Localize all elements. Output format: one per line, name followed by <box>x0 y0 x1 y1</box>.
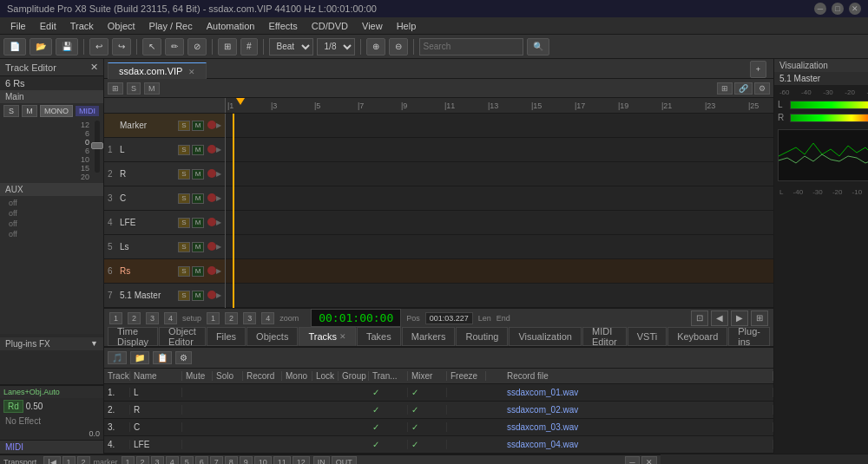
track-m-btn-1[interactable]: M <box>192 145 204 155</box>
tab-routing[interactable]: Routing <box>456 327 508 346</box>
fader-thumb[interactable] <box>91 142 103 149</box>
track-rec-btn-1[interactable] <box>207 145 216 154</box>
cursor-button[interactable]: ↖ <box>142 38 161 56</box>
marker-s-btn[interactable]: S <box>178 121 190 131</box>
marker-3[interactable]: 3 <box>151 456 164 464</box>
menu-view[interactable]: View <box>355 19 390 33</box>
menu-play-rec[interactable]: Play / Rec <box>142 19 200 33</box>
tab-plugins[interactable]: Plug-ins <box>728 327 770 346</box>
s-button[interactable]: S <box>3 105 19 117</box>
out-btn[interactable]: OUT <box>332 456 357 464</box>
obj-add-btn[interactable]: 🎵 <box>108 351 127 364</box>
menu-file[interactable]: File <box>3 19 33 33</box>
zoom-2-btn[interactable]: 2 <box>128 312 141 324</box>
seq-s-btn[interactable]: S <box>127 82 141 95</box>
expand-btn[interactable]: ⊞ <box>751 310 768 326</box>
zoom-8-btn[interactable]: 4 <box>261 312 274 324</box>
obj-copy-btn[interactable]: 📋 <box>153 351 172 364</box>
prev-btn[interactable]: ◀ <box>711 310 728 326</box>
seq-expand-btn[interactable]: ⊞ <box>717 82 733 95</box>
new-tab-button[interactable]: + <box>750 61 766 78</box>
beat-select[interactable]: Beat <box>269 38 313 56</box>
track-m-btn-7[interactable]: M <box>192 291 204 301</box>
track-rec-btn-3[interactable] <box>207 193 216 202</box>
next-btn[interactable]: ▶ <box>731 310 748 326</box>
zoom-1-btn[interactable]: 1 <box>109 312 122 324</box>
menu-help[interactable]: Help <box>390 19 424 33</box>
seq-link-btn[interactable]: 🔗 <box>734 82 753 95</box>
zoom-5-btn[interactable]: 1 <box>207 312 220 324</box>
seq-snap-btn[interactable]: ⊞ <box>108 82 123 95</box>
grid-button[interactable]: # <box>240 38 258 56</box>
transport-minimize[interactable]: ─ <box>625 456 639 464</box>
marker-10[interactable]: 10 <box>254 456 272 464</box>
seq-m-btn[interactable]: M <box>144 82 160 95</box>
transport-close[interactable]: ✕ <box>641 456 657 464</box>
marker-8[interactable]: 8 <box>225 456 238 464</box>
open-button[interactable]: 📂 <box>30 38 52 56</box>
marker-5[interactable]: 5 <box>181 456 194 464</box>
track-s-btn-3[interactable]: S <box>178 193 190 204</box>
tab-visualization[interactable]: Visualization <box>509 327 582 346</box>
menu-cddvd[interactable]: CD/DVD <box>305 19 355 33</box>
tab-ssdax[interactable]: ssdax.com.VIP ✕ <box>108 62 207 79</box>
track-m-btn-6[interactable]: M <box>192 266 204 277</box>
save-button[interactable]: 💾 <box>56 38 78 56</box>
track-s-btn-2[interactable]: S <box>178 169 190 180</box>
m-button[interactable]: M <box>22 105 37 117</box>
track-m-btn-5[interactable]: M <box>192 242 204 252</box>
marker-1[interactable]: 1 <box>122 456 135 464</box>
search-button[interactable]: 🔍 <box>527 38 549 56</box>
tab-tracks[interactable]: Tracks ✕ <box>299 327 356 346</box>
tab-objects[interactable]: Objects <box>247 327 298 346</box>
tab-time-display[interactable]: Time Display <box>108 327 158 346</box>
track-rec-btn-5[interactable] <box>207 242 216 251</box>
menu-automation[interactable]: Automation <box>200 19 262 33</box>
new-button[interactable]: 📄 <box>3 38 26 56</box>
zoom-6-btn[interactable]: 2 <box>225 312 238 324</box>
close-button[interactable]: ✕ <box>849 3 861 15</box>
track-s-btn-1[interactable]: S <box>178 145 190 155</box>
fraction-select[interactable]: 1/8 <box>317 38 355 56</box>
zoom-out-button[interactable]: ⊖ <box>389 38 408 56</box>
track-s-btn-5[interactable]: S <box>178 242 190 252</box>
marker-2[interactable]: 2 <box>136 456 149 464</box>
tab-midi-editor[interactable]: MIDI Editor <box>582 327 627 346</box>
tab-tracks-close[interactable]: ✕ <box>339 332 346 341</box>
transport-nav-1[interactable]: 1 <box>62 456 76 464</box>
zoom-7-btn[interactable]: 3 <box>243 312 256 324</box>
minimize-button[interactable]: ─ <box>814 3 826 15</box>
maximize-button[interactable]: □ <box>832 3 844 15</box>
transport-nav-start[interactable]: |◀ <box>43 456 60 464</box>
track-s-btn-6[interactable]: S <box>178 266 190 277</box>
marker-m-btn[interactable]: M <box>192 121 204 131</box>
search-input[interactable] <box>419 38 523 56</box>
marker-6[interactable]: 6 <box>195 456 208 464</box>
track-rec-btn-4[interactable] <box>207 218 216 226</box>
transport-nav-2[interactable]: 2 <box>77 456 90 464</box>
zoom-button[interactable]: ⊞ <box>218 38 237 56</box>
tab-files[interactable]: Files <box>207 327 246 346</box>
track-rec-btn-7[interactable] <box>207 291 216 299</box>
erase-button[interactable]: ⊘ <box>187 38 207 56</box>
tab-markers[interactable]: Markers <box>402 327 456 346</box>
rd-button[interactable]: Rd <box>3 400 23 413</box>
track-rec-btn-6[interactable] <box>207 266 216 275</box>
draw-button[interactable]: ✏ <box>165 38 184 56</box>
plugins-expand-icon[interactable]: ▼ <box>90 339 98 348</box>
track-s-btn-7[interactable]: S <box>178 291 190 301</box>
track-m-btn-3[interactable]: M <box>192 193 204 204</box>
undo-button[interactable]: ↩ <box>89 38 108 56</box>
track-s-btn-4[interactable]: S <box>178 218 190 228</box>
close-icon[interactable]: ✕ <box>90 62 98 73</box>
track-rec-btn-2[interactable] <box>207 169 216 178</box>
in-btn[interactable]: IN <box>313 456 330 464</box>
tab-keyboard[interactable]: Keyboard <box>667 327 727 346</box>
zoom-in-button[interactable]: ⊕ <box>366 38 385 56</box>
marker-11[interactable]: 11 <box>273 456 291 464</box>
tab-close-icon[interactable]: ✕ <box>188 68 195 76</box>
track-m-btn-2[interactable]: M <box>192 169 204 180</box>
menu-edit[interactable]: Edit <box>33 19 63 33</box>
obj-settings-btn[interactable]: ⚙ <box>175 351 192 364</box>
tab-vsti[interactable]: VSTi <box>628 327 667 346</box>
